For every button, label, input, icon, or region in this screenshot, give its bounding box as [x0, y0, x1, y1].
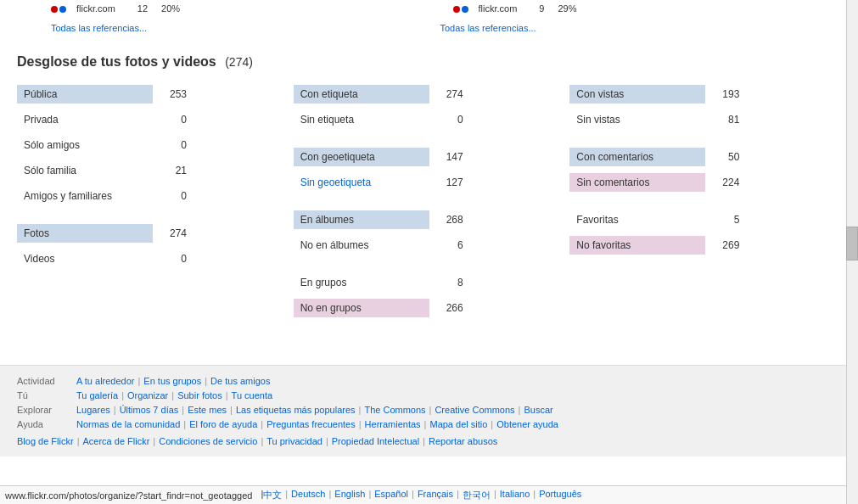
footer-link-en-tus-grupos[interactable]: En tus grupos [143, 376, 201, 386]
footer-link-mapa-sitio[interactable]: Mapa del sitio [429, 419, 487, 429]
footer-link-foro-ayuda[interactable]: El foro de ayuda [189, 419, 257, 429]
stat-value-en-albumes: 268 [438, 214, 463, 226]
stat-no-en-grupos: No en grupos 266 [294, 297, 553, 319]
footer-link-tu-galeria[interactable]: Tu galería [76, 390, 118, 400]
stat-label-privada: Privada [17, 110, 153, 129]
lang-english[interactable]: English [334, 489, 365, 501]
stat-value-amigos-familiares: 0 [161, 190, 187, 202]
stat-value-no-en-albumes: 6 [438, 239, 463, 251]
lang-francais[interactable]: Français [418, 489, 453, 501]
stat-sin-geoetiqueta: Sin geoetiqueta 127 [294, 171, 553, 193]
stat-con-etiqueta: Con etiqueta 274 [294, 83, 553, 105]
footer-link-normas-comunidad[interactable]: Normas de la comunidad [76, 419, 180, 429]
stat-value-publica: 253 [161, 88, 187, 100]
footer: Actividad A tu alrededor | En tus grupos… [0, 365, 858, 456]
sep: | [77, 436, 80, 446]
stat-value-sin-etiqueta: 0 [438, 114, 463, 126]
stat-solo-amigos: Sólo amigos 0 [17, 134, 277, 156]
footer-link-preguntas-frecuentes[interactable]: Preguntas frecuentes [266, 419, 356, 429]
footer-link-este-mes[interactable]: Este mes [188, 405, 227, 415]
footer-link-obtener-ayuda[interactable]: Obtener ayuda [496, 419, 558, 429]
sep: | [230, 405, 233, 415]
footer-link-acerca-flickr[interactable]: Acerca de Flickr [83, 436, 150, 446]
left-pct: 20% [161, 3, 180, 14]
lang-chinese[interactable]: 中文 [263, 489, 282, 501]
sep: | [494, 489, 496, 501]
footer-link-organizar[interactable]: Organizar [127, 390, 168, 400]
left-all-references-link[interactable]: Todas las referencias... [51, 23, 147, 33]
footer-link-tu-cuenta[interactable]: Tu cuenta [232, 390, 273, 400]
footer-link-de-tus-amigos[interactable]: De tus amigos [210, 376, 270, 386]
dot-pair-right [453, 6, 468, 13]
footer-link-blog-flickr[interactable]: Blog de Flickr [17, 436, 74, 446]
stat-value-no-en-grupos: 266 [438, 302, 463, 314]
lang-korean[interactable]: 한국어 [463, 489, 491, 501]
footer-link-condiciones-servicio[interactable]: Condiciones de servicio [159, 436, 257, 446]
footer-link-ultimos-7-dias[interactable]: Últimos 7 días [120, 405, 179, 415]
stat-value-fotos: 274 [161, 227, 187, 239]
stats-col-3: Con vistas 193 Sin vistas 81 Con comenta… [569, 83, 829, 322]
lang-deutsch[interactable]: Deutsch [291, 489, 325, 501]
stat-label-videos: Videos [17, 249, 153, 268]
footer-bottom-links: Blog de Flickr | Acerca de Flickr | Cond… [17, 436, 829, 446]
sep: | [121, 390, 124, 400]
stat-publica: Pública 253 [17, 83, 277, 105]
sep: | [171, 390, 174, 400]
stat-value-en-grupos: 8 [438, 277, 463, 288]
dot-red-right [453, 6, 460, 13]
footer-link-creative-commons[interactable]: Creative Commons [435, 405, 514, 415]
stat-value-con-vistas: 193 [714, 88, 739, 100]
footer-link-subir-fotos[interactable]: Subir fotos [177, 390, 222, 400]
stat-no-favoritas: No favoritas 269 [569, 234, 829, 256]
status-url: www.flickr.com/photos/organize/?start_fi… [5, 490, 252, 501]
sep: | [226, 390, 228, 400]
dot-blue-left [59, 6, 66, 13]
lang-portugues[interactable]: Português [539, 489, 581, 501]
stat-label-con-etiqueta: Con etiqueta [294, 85, 429, 104]
sep: | [182, 405, 184, 415]
stat-label-con-comentarios: Con comentarios [569, 148, 705, 166]
section-title: Desglose de tus fotos y videos (274) [17, 54, 829, 70]
sep: | [423, 436, 425, 446]
stat-favoritas: Favoritas 5 [569, 209, 829, 231]
footer-link-buscar[interactable]: Buscar [524, 405, 552, 415]
stat-label-no-en-albumes: No en álbumes [294, 236, 429, 255]
section-count: (274) [225, 55, 253, 69]
right-all-references-link[interactable]: Todas las referencias... [440, 23, 536, 33]
stat-con-vistas: Con vistas 193 [569, 83, 829, 105]
footer-link-the-commons[interactable]: The Commons [364, 405, 425, 415]
stat-label-publica: Pública [17, 85, 153, 104]
right-pct: 29% [558, 3, 576, 14]
footer-link-lugares[interactable]: Lugares [76, 405, 110, 415]
stat-value-privada: 0 [161, 114, 187, 126]
footer-link-etiquetas-populares[interactable]: Las etiquetas más populares [236, 405, 356, 415]
stat-label-en-grupos: En grupos [294, 273, 429, 292]
dot-pair-left [51, 6, 66, 13]
footer-nav-actividad: Actividad A tu alrededor | En tus grupos… [17, 376, 829, 386]
scrollbar-thumb[interactable] [846, 227, 858, 260]
sep: | [183, 419, 186, 429]
lang-espanol[interactable]: Español [374, 489, 408, 501]
footer-link-a-tu-alrededor[interactable]: A tu alrededor [76, 376, 135, 386]
stats-col-1: Pública 253 Privada 0 Sólo amigos 0 Sólo… [17, 83, 277, 322]
stat-label-amigos-familiares: Amigos y familiares [17, 187, 153, 205]
footer-link-reportar-abusos[interactable]: Reportar abusos [429, 436, 497, 446]
stat-label-con-geoetiqueta: Con geoetiqueta [294, 148, 429, 166]
stat-con-geoetiqueta: Con geoetiqueta 147 [294, 146, 553, 168]
stat-value-con-geoetiqueta: 147 [438, 151, 463, 163]
sep: | [328, 489, 331, 501]
footer-link-tu-privacidad[interactable]: Tu privacidad [266, 436, 322, 446]
stat-label-sin-geoetiqueta[interactable]: Sin geoetiqueta [294, 173, 429, 192]
scrollbar[interactable] [846, 0, 858, 504]
sep: | [326, 436, 328, 446]
stat-label-no-en-grupos: No en grupos [294, 299, 429, 317]
footer-nav-tu: Tú Tu galería | Organizar | Subir fotos … [17, 390, 829, 400]
stat-label-sin-comentarios: Sin comentarios [569, 173, 705, 192]
footer-link-propiedad-intelectual[interactable]: Propiedad Intelectual [332, 436, 419, 446]
stat-sin-etiqueta: Sin etiqueta 0 [294, 109, 553, 131]
footer-links-ayuda: Normas de la comunidad | El foro de ayud… [76, 419, 558, 429]
lang-italiano[interactable]: Italiano [500, 489, 530, 501]
stat-value-videos: 0 [161, 253, 187, 265]
footer-label-tu: Tú [17, 390, 76, 400]
footer-link-herramientas[interactable]: Herramientas [365, 419, 421, 429]
